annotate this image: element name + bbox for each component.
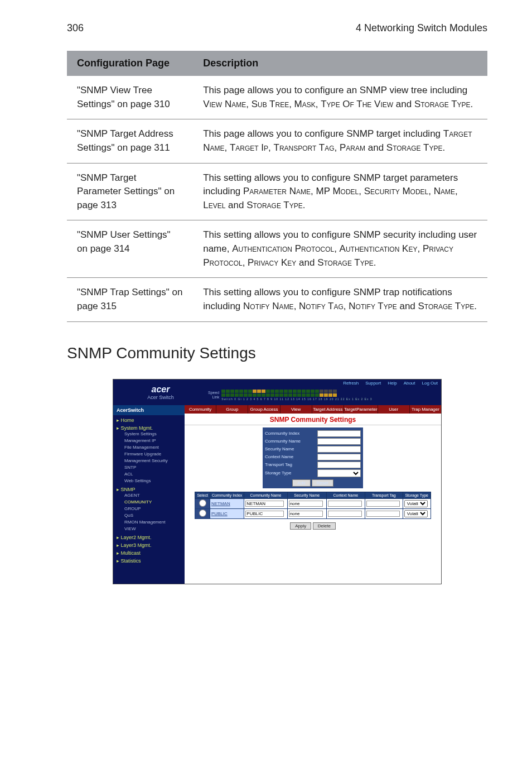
form-input[interactable] (317, 454, 361, 460)
transport-tag-input[interactable] (366, 501, 400, 507)
community-index-cell[interactable]: PUBLIC (210, 508, 244, 518)
sidebar-item[interactable]: Management Security (117, 458, 185, 464)
embedded-screenshot: acer Acer Switch Speed Link Switch 0 Gi … (113, 379, 442, 584)
table-row: "SNMP View Tree Settings" on page 310 Th… (67, 76, 487, 119)
tab[interactable]: Trap Manager (410, 405, 441, 414)
sidebar-section[interactable]: ▸ Home (113, 415, 185, 423)
sidebar-section[interactable]: ▸ SNMP (113, 484, 185, 492)
table-row: "SNMP Target Parameter Settings" on page… (67, 163, 487, 220)
tab[interactable]: User (378, 405, 410, 414)
port-led (275, 390, 279, 393)
community-name-input[interactable] (245, 501, 284, 507)
storage-select-row[interactable]: Volatile (404, 510, 428, 517)
sidebar-item[interactable]: Management IP (117, 438, 185, 444)
add-button[interactable]: Add (292, 479, 310, 487)
sidebar-item[interactable]: System Settings (117, 431, 185, 438)
port-led (297, 390, 301, 393)
sidebar-item[interactable]: VIEW (117, 526, 185, 532)
config-page-cell: "SNMP View Tree Settings" on page 310 (67, 76, 193, 119)
description-cell: This setting allows you to configure SNM… (193, 163, 487, 220)
config-page-cell: "SNMP Target Address Settings" on page 3… (67, 119, 193, 163)
port-led (315, 390, 319, 393)
form-label: Community Index (265, 431, 317, 436)
form-row: Community Name (265, 438, 361, 445)
main-area: AcerSwitch ▸ Home▸ System Mgmt.System Se… (113, 405, 441, 584)
sidebar-item[interactable]: GROUP (117, 506, 185, 512)
port-led (266, 390, 270, 393)
community-header: Security Name (287, 492, 326, 498)
sidebar-item[interactable]: COMMUNITY (117, 499, 185, 506)
context-input[interactable] (328, 511, 362, 517)
port-led (230, 390, 234, 393)
row-select-radio[interactable] (199, 499, 206, 507)
sidebar-item[interactable]: AGENT (117, 492, 185, 499)
port-led (320, 390, 323, 393)
storage-select-row[interactable]: Volatile (404, 500, 428, 507)
sidebar-item[interactable]: RMON Management (117, 519, 185, 526)
sidebar-section[interactable]: ▸ Multicast (113, 548, 185, 556)
top-link[interactable]: Refresh (343, 381, 359, 386)
section-heading: SNMP Community Settings (67, 344, 487, 362)
community-header: Community Name (244, 492, 287, 498)
top-link[interactable]: Log Out (422, 381, 438, 386)
sidebar-item[interactable]: QoS (117, 512, 185, 519)
label-speed: Speed (208, 391, 219, 395)
port-led (293, 390, 297, 393)
security-input[interactable] (289, 511, 323, 517)
config-page-cell: "SNMP User Settings" on page 314 (67, 220, 193, 278)
port-led (270, 393, 274, 397)
port-led (288, 393, 292, 397)
table-row: "SNMP Target Address Settings" on page 3… (67, 119, 487, 163)
form-input[interactable] (317, 446, 361, 453)
tab[interactable]: Group Access (248, 405, 280, 414)
sidebar-item[interactable]: File Management (117, 444, 185, 451)
port-led (315, 393, 319, 397)
form-input[interactable] (317, 462, 361, 468)
sidebar-item[interactable]: Web Settings (117, 478, 185, 484)
storage-select[interactable] (317, 469, 361, 477)
reset-button[interactable]: Reset (312, 479, 333, 487)
context-input[interactable] (328, 501, 362, 507)
form-input[interactable] (317, 430, 361, 437)
sidebar: AcerSwitch ▸ Home▸ System Mgmt.System Se… (113, 405, 185, 584)
tab[interactable]: Community (185, 405, 216, 414)
port-led (262, 390, 265, 393)
port-led (333, 390, 337, 393)
storage-cell: Volatile (403, 498, 431, 508)
sidebar-section[interactable]: ▸ System Mgmt. (113, 423, 185, 431)
delete-button[interactable]: Delete (313, 522, 336, 530)
community-index-cell[interactable]: NETMAN (210, 498, 244, 508)
sidebar-item[interactable]: ACL (117, 471, 185, 478)
tab[interactable]: TargetParameter (344, 405, 378, 414)
context-cell (326, 508, 365, 518)
config-page-cell: "SNMP Target Parameter Settings" on page… (67, 163, 193, 220)
port-led (302, 393, 306, 397)
port-numbers: Switch 0 Gi 1 2 3 4 5 6 7 8 9 10 11 12 1… (221, 397, 372, 401)
tab[interactable]: View (280, 405, 312, 414)
sidebar-section[interactable]: ▸ Layer3 Mgmt. (113, 540, 185, 548)
port-led (328, 390, 332, 393)
sidebar-section[interactable]: ▸ Statistics (113, 556, 185, 564)
apply-button[interactable]: Apply (290, 522, 311, 530)
top-link[interactable]: About (404, 381, 415, 386)
tab[interactable]: Group (216, 405, 248, 414)
form-input[interactable] (317, 438, 361, 445)
sidebar-section[interactable]: ▸ Layer2 Mgmt. (113, 532, 185, 540)
community-name-input[interactable] (245, 511, 284, 517)
port-led (244, 393, 248, 397)
chapter-title: 4 Networking Switch Modules (356, 22, 487, 34)
security-input[interactable] (289, 501, 323, 507)
tab[interactable]: Target Address (312, 405, 344, 414)
sidebar-item[interactable]: SNTP (117, 464, 185, 471)
row-select-radio[interactable] (199, 510, 206, 517)
context-cell (326, 498, 365, 508)
community-table: SelectCommunity IndexCommunity NameSecur… (195, 492, 431, 519)
port-led (262, 393, 265, 397)
port-led (279, 393, 283, 397)
top-link[interactable]: Help (388, 381, 396, 386)
port-led (324, 390, 328, 393)
port-led (324, 393, 328, 397)
transport-tag-input[interactable] (366, 511, 400, 517)
sidebar-item[interactable]: Firmware Upgrade (117, 451, 185, 458)
top-link[interactable]: Support (365, 381, 381, 386)
